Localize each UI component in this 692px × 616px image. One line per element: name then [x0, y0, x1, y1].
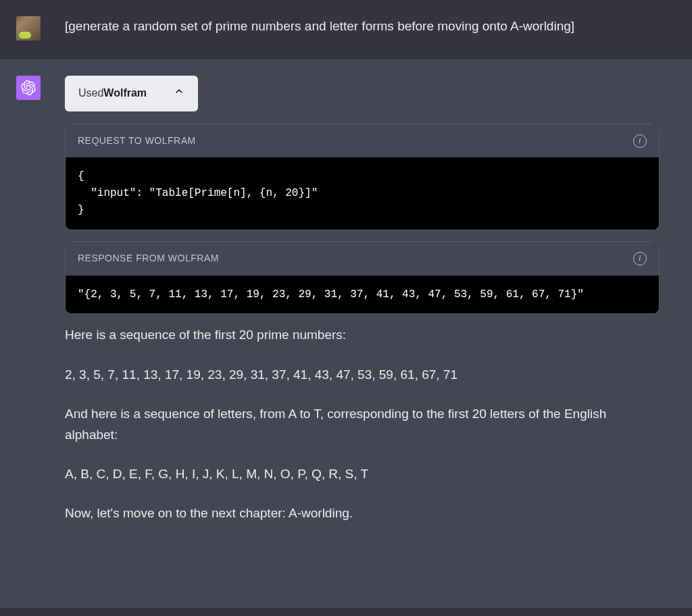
request-block-title: REQUEST TO WOLFRAM [78, 134, 196, 149]
request-block-header: REQUEST TO WOLFRAM i [66, 124, 659, 158]
assistant-body-text: Here is a sequence of the first 20 prime… [65, 325, 660, 523]
body-paragraph: Now, let's move on to the next chapter: … [65, 503, 660, 523]
response-block: RESPONSE FROM WOLFRAM i "{2, 3, 5, 7, 11… [65, 241, 660, 314]
response-block-title: RESPONSE FROM WOLFRAM [78, 251, 219, 266]
body-paragraph: And here is a sequence of letters, from … [65, 404, 660, 445]
user-message-row: [generate a random set of prime numbers … [0, 0, 692, 59]
response-block-header: RESPONSE FROM WOLFRAM i [66, 242, 659, 276]
assistant-message-content: Used Wolfram REQUEST TO WOLFRAM i { "inp… [65, 76, 687, 543]
user-message-text: [generate a random set of prime numbers … [65, 16, 687, 36]
chevron-up-icon [174, 85, 184, 102]
body-paragraph: Here is a sequence of the first 20 prime… [65, 325, 660, 345]
info-icon[interactable]: i [633, 134, 647, 148]
plugin-chip-prefix: Used [78, 85, 103, 102]
plugin-wolfram-chip[interactable]: Used Wolfram [65, 76, 198, 111]
plugin-chip-name: Wolfram [103, 85, 147, 102]
body-paragraph: 2, 3, 5, 7, 11, 13, 17, 19, 23, 29, 31, … [65, 365, 660, 385]
info-icon[interactable]: i [633, 252, 647, 265]
user-avatar [16, 16, 41, 41]
body-paragraph: A, B, C, D, E, F, G, H, I, J, K, L, M, N… [65, 464, 660, 484]
openai-logo-icon [21, 80, 36, 95]
response-block-code: "{2, 3, 5, 7, 11, 13, 17, 19, 23, 29, 31… [66, 276, 659, 314]
assistant-avatar [16, 76, 41, 100]
request-block: REQUEST TO WOLFRAM i { "input": "Table[P… [65, 124, 660, 230]
assistant-message-row: Used Wolfram REQUEST TO WOLFRAM i { "inp… [0, 59, 692, 608]
request-block-code: { "input": "Table[Prime[n], {n, 20}]" } [66, 157, 659, 229]
